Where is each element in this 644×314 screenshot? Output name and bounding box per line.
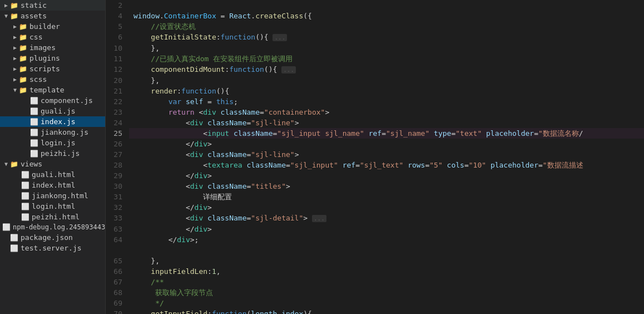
sidebar-item-peizhi-html[interactable]: ⬜ peizhi.html xyxy=(0,212,105,222)
folder-icon: 📁 xyxy=(10,160,18,168)
line-number: 25 xyxy=(106,128,129,139)
line-number: 67 xyxy=(106,277,129,287)
line-number: 63 xyxy=(106,224,129,234)
sidebar-item-index-html[interactable]: ⬜ index.html xyxy=(0,180,105,190)
sidebar-item-test-server-js[interactable]: ⬜ test.server.js xyxy=(0,243,105,253)
sidebar-item-label: views xyxy=(21,160,42,168)
line-number: 6 xyxy=(106,32,129,42)
sidebar-item-guali-html[interactable]: ⬜ guali.html xyxy=(0,169,105,180)
arrow-icon: ▶ xyxy=(11,45,19,51)
file-icon: ⬜ xyxy=(10,234,18,242)
sidebar-item-index-js[interactable]: ⬜ index.js xyxy=(0,116,105,127)
line-number: 12 xyxy=(106,64,129,75)
sidebar-item-label: index.js xyxy=(41,117,76,126)
sidebar-item-plugins[interactable]: ▶ 📁 plugins xyxy=(0,53,105,63)
line-number: 22 xyxy=(106,96,129,107)
file-icon: ⬜ xyxy=(21,171,29,179)
line-number: 23 xyxy=(106,107,129,117)
code-line: 12 componentDidMount:function(){ ... xyxy=(106,64,644,75)
folder-icon: 📁 xyxy=(19,44,27,52)
sidebar-item-peizhi-js[interactable]: ⬜ peizhi.js xyxy=(0,148,105,159)
code-line: 32 </div> xyxy=(106,202,644,213)
line-number: 68 xyxy=(106,287,129,298)
line-number: 5 xyxy=(106,21,129,32)
arrow-icon: ▶ xyxy=(11,76,19,82)
sidebar-item-login-js[interactable]: ⬜ login.js xyxy=(0,138,105,148)
sidebar-item-builder[interactable]: ▶ 📁 builder xyxy=(0,21,105,32)
sidebar-item-views[interactable]: ▼ 📁 views xyxy=(0,159,105,169)
code-line: 64 </div>; xyxy=(106,234,644,245)
line-code: }, xyxy=(129,43,644,53)
code-line: 28 <textarea className="sjl_input" ref="… xyxy=(106,160,644,170)
code-line: 67 /** xyxy=(106,277,644,287)
code-line: 2 xyxy=(106,0,644,11)
code-line: 63 </div> xyxy=(106,224,644,234)
sidebar-item-jiankong-js[interactable]: ⬜ jiankong.js xyxy=(0,127,105,138)
sidebar-item-npm-debug-log[interactable]: ⬜ npm-debug.log.2458934431 xyxy=(0,222,105,232)
line-code: <div className="sjl-detail"> ... xyxy=(129,213,644,224)
line-number: 69 xyxy=(106,298,129,308)
folder-icon: 📁 xyxy=(19,65,27,73)
arrow-icon: ▶ xyxy=(11,55,19,61)
line-code: render:function(){ xyxy=(129,86,644,96)
file-icon: ⬜ xyxy=(30,150,38,158)
sidebar-item-label: scripts xyxy=(29,65,60,73)
sidebar-item-label: plugins xyxy=(29,54,60,62)
sidebar-item-assets[interactable]: ▼ 📁 assets xyxy=(0,11,105,21)
line-number: 29 xyxy=(106,170,129,181)
line-number: 26 xyxy=(106,139,129,149)
sidebar-item-package-json[interactable]: ⬜ package.json xyxy=(0,232,105,243)
sidebar-item-label: component.js xyxy=(41,96,93,105)
sidebar-item-label: images xyxy=(29,43,56,52)
code-line: 26 </div> xyxy=(106,139,644,149)
sidebar-item-label: login.html xyxy=(32,202,75,210)
arrow-icon: ▶ xyxy=(11,23,19,30)
sidebar-item-images[interactable]: ▶ 📁 images xyxy=(0,42,105,53)
sidebar-item-jiankong-html[interactable]: ⬜ jiankong.html xyxy=(0,190,105,201)
sidebar-item-static[interactable]: ▶ 📁 static xyxy=(0,0,105,11)
sidebar-item-label: static xyxy=(21,1,47,9)
code-line: 20 }, xyxy=(106,75,644,86)
sidebar-item-login-html[interactable]: ⬜ login.html xyxy=(0,201,105,212)
line-code: //设置状态机 xyxy=(129,21,644,32)
sidebar-item-guali-js[interactable]: ⬜ guali.js xyxy=(0,106,105,116)
line-code: </div> xyxy=(129,224,644,234)
code-line: 4 window.ContainerBox = React.createClas… xyxy=(106,11,644,21)
line-number: 10 xyxy=(106,43,129,53)
line-number: 66 xyxy=(106,266,129,277)
sidebar-item-label: guali.html xyxy=(32,170,75,179)
line-code: */ xyxy=(129,298,644,308)
code-line: 69 */ xyxy=(106,298,644,308)
line-code: 详细配置 xyxy=(129,192,644,202)
code-line: 11 //已插入真实dom 在安装组件后立即被调用 xyxy=(106,53,644,64)
code-line: 23 return <div className="containerbox"> xyxy=(106,107,644,117)
file-icon: ⬜ xyxy=(21,213,29,221)
line-number: 2 xyxy=(106,0,129,11)
file-icon: ⬜ xyxy=(2,223,11,231)
line-code: </div> xyxy=(129,170,644,181)
line-code: componentDidMount:function(){ ... xyxy=(129,64,644,75)
code-line: 10 }, xyxy=(106,43,644,53)
line-code: <textarea className="sjl_input" ref="sjl… xyxy=(129,160,644,170)
sidebar-item-label: test.server.js xyxy=(21,244,82,252)
line-code: var self = this; xyxy=(129,96,644,107)
folder-icon: 📁 xyxy=(10,2,18,9)
code-editor[interactable]: 2 4 window.ContainerBox = React.createCl… xyxy=(106,0,644,314)
sidebar-item-css[interactable]: ▶ 📁 css xyxy=(0,32,105,42)
sidebar-item-component-js[interactable]: ⬜ component.js xyxy=(0,95,105,106)
line-code: <input className="sjl_input sjl_name" re… xyxy=(129,128,644,139)
file-icon: ⬜ xyxy=(21,203,29,210)
line-number: 4 xyxy=(106,11,129,21)
line-code: inputFieldLen:1, xyxy=(129,266,644,277)
sidebar-item-scripts[interactable]: ▶ 📁 scripts xyxy=(0,63,105,74)
line-number: 24 xyxy=(106,117,129,128)
sidebar-item-template[interactable]: ▼ 📁 template xyxy=(0,85,105,95)
sidebar-item-label: guali.js xyxy=(41,107,76,115)
line-code: window.ContainerBox = React.createClass(… xyxy=(129,11,644,21)
sidebar-item-scss[interactable]: ▶ 📁 scss xyxy=(0,74,105,85)
line-number: 20 xyxy=(106,75,129,86)
arrow-icon: ▼ xyxy=(2,13,10,19)
line-code: <div className="sjl-line"> xyxy=(129,117,644,128)
code-line: 31 详细配置 xyxy=(106,192,644,202)
sidebar-item-label: peizhi.js xyxy=(41,149,80,158)
